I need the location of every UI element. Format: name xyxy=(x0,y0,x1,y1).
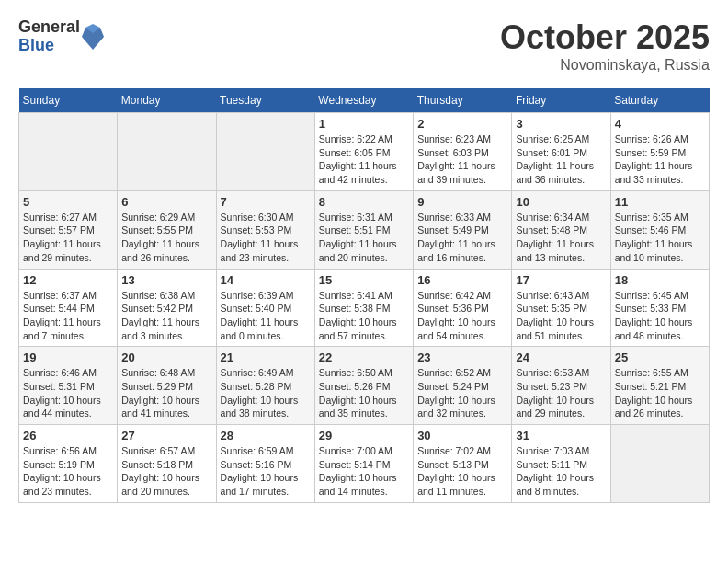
weekday-tuesday: Tuesday xyxy=(216,88,314,113)
day-number: 7 xyxy=(221,195,311,209)
day-info: Sunrise: 6:49 AM Sunset: 5:28 PM Dayligh… xyxy=(221,366,311,420)
day-number: 5 xyxy=(23,195,113,209)
calendar-table: SundayMondayTuesdayWednesdayThursdayFrid… xyxy=(18,88,710,503)
logo-icon xyxy=(82,24,104,50)
week-row-5: 26Sunrise: 6:56 AM Sunset: 5:19 PM Dayli… xyxy=(19,425,710,503)
day-cell xyxy=(19,113,118,191)
day-info: Sunrise: 6:25 AM Sunset: 6:01 PM Dayligh… xyxy=(516,132,606,187)
day-info: Sunrise: 7:03 AM Sunset: 5:11 PM Dayligh… xyxy=(516,444,606,499)
day-cell: 25Sunrise: 6:55 AM Sunset: 5:21 PM Dayli… xyxy=(610,347,709,425)
weekday-saturday: Saturday xyxy=(610,88,709,113)
weekday-friday: Friday xyxy=(512,88,610,113)
day-info: Sunrise: 6:30 AM Sunset: 5:53 PM Dayligh… xyxy=(221,211,311,265)
day-info: Sunrise: 6:42 AM Sunset: 5:36 PM Dayligh… xyxy=(417,289,507,343)
logo-general: General xyxy=(18,18,80,37)
day-cell: 17Sunrise: 6:43 AM Sunset: 5:35 PM Dayli… xyxy=(512,269,610,347)
day-cell: 9Sunrise: 6:33 AM Sunset: 5:49 PM Daylig… xyxy=(414,190,512,269)
day-cell: 18Sunrise: 6:45 AM Sunset: 5:33 PM Dayli… xyxy=(610,269,709,347)
day-cell: 27Sunrise: 6:57 AM Sunset: 5:18 PM Dayli… xyxy=(118,425,216,503)
day-cell: 6Sunrise: 6:29 AM Sunset: 5:55 PM Daylig… xyxy=(118,190,216,269)
day-info: Sunrise: 6:31 AM Sunset: 5:51 PM Dayligh… xyxy=(319,211,409,265)
day-info: Sunrise: 6:50 AM Sunset: 5:26 PM Dayligh… xyxy=(319,366,409,420)
day-cell: 15Sunrise: 6:41 AM Sunset: 5:38 PM Dayli… xyxy=(314,269,413,347)
day-number: 30 xyxy=(417,429,507,442)
day-cell xyxy=(118,113,216,191)
weekday-monday: Monday xyxy=(118,88,216,113)
day-info: Sunrise: 6:27 AM Sunset: 5:57 PM Dayligh… xyxy=(23,211,113,265)
day-info: Sunrise: 6:52 AM Sunset: 5:24 PM Dayligh… xyxy=(417,366,507,420)
day-cell: 23Sunrise: 6:52 AM Sunset: 5:24 PM Dayli… xyxy=(414,347,512,425)
day-cell: 7Sunrise: 6:30 AM Sunset: 5:53 PM Daylig… xyxy=(216,190,314,269)
day-number: 9 xyxy=(417,195,507,209)
day-number: 11 xyxy=(615,195,705,209)
day-number: 10 xyxy=(516,195,606,209)
month-year: October 2025 xyxy=(500,18,710,57)
day-cell: 30Sunrise: 7:02 AM Sunset: 5:13 PM Dayli… xyxy=(414,425,512,503)
day-info: Sunrise: 6:29 AM Sunset: 5:55 PM Dayligh… xyxy=(121,211,211,265)
day-cell xyxy=(216,113,314,191)
day-info: Sunrise: 6:53 AM Sunset: 5:23 PM Dayligh… xyxy=(516,366,606,420)
day-info: Sunrise: 6:59 AM Sunset: 5:16 PM Dayligh… xyxy=(221,444,311,499)
weekday-thursday: Thursday xyxy=(414,88,512,113)
day-info: Sunrise: 6:48 AM Sunset: 5:29 PM Dayligh… xyxy=(121,366,211,420)
day-info: Sunrise: 6:39 AM Sunset: 5:40 PM Dayligh… xyxy=(221,289,311,343)
page-header: General Blue October 2025 Novominskaya, … xyxy=(18,18,710,74)
day-cell: 1Sunrise: 6:22 AM Sunset: 6:05 PM Daylig… xyxy=(314,113,413,191)
day-cell: 4Sunrise: 6:26 AM Sunset: 5:59 PM Daylig… xyxy=(610,113,709,191)
day-number: 2 xyxy=(417,117,507,131)
day-number: 25 xyxy=(615,350,705,364)
day-cell: 2Sunrise: 6:23 AM Sunset: 6:03 PM Daylig… xyxy=(414,113,512,191)
day-cell: 28Sunrise: 6:59 AM Sunset: 5:16 PM Dayli… xyxy=(216,425,314,503)
day-info: Sunrise: 6:35 AM Sunset: 5:46 PM Dayligh… xyxy=(615,211,705,265)
day-cell: 14Sunrise: 6:39 AM Sunset: 5:40 PM Dayli… xyxy=(216,269,314,347)
day-cell xyxy=(610,425,709,503)
day-info: Sunrise: 6:26 AM Sunset: 5:59 PM Dayligh… xyxy=(615,132,705,187)
day-number: 21 xyxy=(221,350,311,364)
day-info: Sunrise: 6:33 AM Sunset: 5:49 PM Dayligh… xyxy=(417,211,507,265)
day-number: 15 xyxy=(319,273,409,287)
day-cell: 19Sunrise: 6:46 AM Sunset: 5:31 PM Dayli… xyxy=(19,347,118,425)
day-cell: 21Sunrise: 6:49 AM Sunset: 5:28 PM Dayli… xyxy=(216,347,314,425)
day-number: 13 xyxy=(121,273,211,287)
week-row-1: 1Sunrise: 6:22 AM Sunset: 6:05 PM Daylig… xyxy=(19,113,710,191)
day-info: Sunrise: 6:56 AM Sunset: 5:19 PM Dayligh… xyxy=(23,444,113,499)
day-info: Sunrise: 6:34 AM Sunset: 5:48 PM Dayligh… xyxy=(516,211,606,265)
day-number: 18 xyxy=(615,273,705,287)
weekday-sunday: Sunday xyxy=(19,88,118,113)
day-info: Sunrise: 6:55 AM Sunset: 5:21 PM Dayligh… xyxy=(615,366,705,420)
day-cell: 8Sunrise: 6:31 AM Sunset: 5:51 PM Daylig… xyxy=(314,190,413,269)
day-info: Sunrise: 6:23 AM Sunset: 6:03 PM Dayligh… xyxy=(417,132,507,187)
day-number: 14 xyxy=(221,273,311,287)
day-number: 6 xyxy=(121,195,211,209)
day-number: 23 xyxy=(417,350,507,364)
day-number: 29 xyxy=(319,429,409,442)
day-cell: 12Sunrise: 6:37 AM Sunset: 5:44 PM Dayli… xyxy=(19,269,118,347)
day-info: Sunrise: 6:57 AM Sunset: 5:18 PM Dayligh… xyxy=(121,444,211,499)
day-number: 16 xyxy=(417,273,507,287)
day-info: Sunrise: 6:38 AM Sunset: 5:42 PM Dayligh… xyxy=(121,289,211,343)
day-info: Sunrise: 6:45 AM Sunset: 5:33 PM Dayligh… xyxy=(615,289,705,343)
day-cell: 11Sunrise: 6:35 AM Sunset: 5:46 PM Dayli… xyxy=(610,190,709,269)
day-number: 22 xyxy=(319,350,409,364)
day-cell: 20Sunrise: 6:48 AM Sunset: 5:29 PM Dayli… xyxy=(118,347,216,425)
day-cell: 26Sunrise: 6:56 AM Sunset: 5:19 PM Dayli… xyxy=(19,425,118,503)
day-cell: 29Sunrise: 7:00 AM Sunset: 5:14 PM Dayli… xyxy=(314,425,413,503)
location: Novominskaya, Russia xyxy=(500,57,710,74)
day-number: 8 xyxy=(319,195,409,209)
day-number: 31 xyxy=(516,429,606,442)
day-number: 12 xyxy=(23,273,113,287)
day-number: 4 xyxy=(615,117,705,131)
day-number: 26 xyxy=(23,429,113,442)
day-number: 17 xyxy=(516,273,606,287)
day-info: Sunrise: 7:02 AM Sunset: 5:13 PM Dayligh… xyxy=(417,444,507,499)
day-info: Sunrise: 6:43 AM Sunset: 5:35 PM Dayligh… xyxy=(516,289,606,343)
title-block: October 2025 Novominskaya, Russia xyxy=(500,18,710,74)
day-cell: 3Sunrise: 6:25 AM Sunset: 6:01 PM Daylig… xyxy=(512,113,610,191)
weekday-header-row: SundayMondayTuesdayWednesdayThursdayFrid… xyxy=(19,88,710,113)
day-number: 24 xyxy=(516,350,606,364)
day-number: 3 xyxy=(516,117,606,131)
week-row-2: 5Sunrise: 6:27 AM Sunset: 5:57 PM Daylig… xyxy=(19,190,710,269)
day-number: 20 xyxy=(121,350,211,364)
day-cell: 31Sunrise: 7:03 AM Sunset: 5:11 PM Dayli… xyxy=(512,425,610,503)
day-number: 27 xyxy=(121,429,211,442)
